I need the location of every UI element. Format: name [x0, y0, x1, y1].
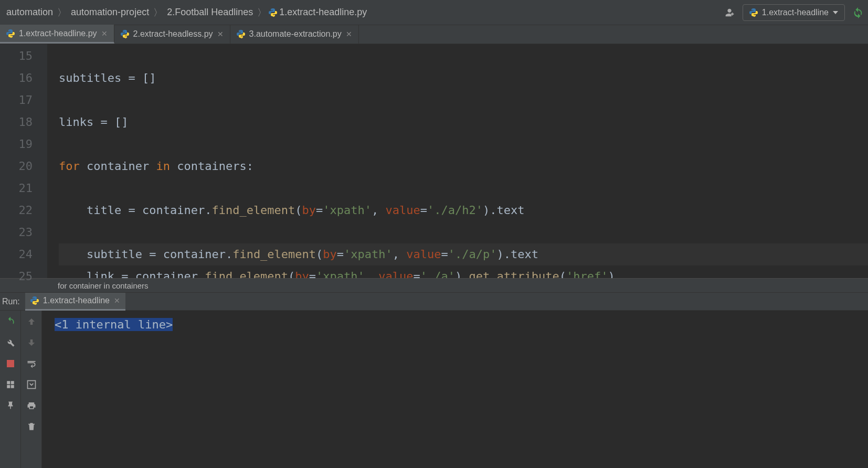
breadcrumb-item[interactable]: 1.extract-headline.py — [277, 7, 369, 18]
line-number: 15 — [0, 45, 33, 67]
run-tab[interactable]: 1.extract-headline ✕ — [25, 293, 125, 311]
breadcrumb-item[interactable]: automation — [4, 7, 55, 18]
close-icon[interactable]: ✕ — [346, 30, 352, 38]
run-tool-window: Run: 1.extract-headline ✕ <1 internal li… — [0, 293, 868, 468]
line-number: 23 — [0, 221, 33, 243]
pin-icon[interactable] — [4, 399, 17, 412]
python-icon — [121, 30, 129, 38]
tab-label: 3.automate-extraction.py — [249, 29, 342, 39]
line-gutter: 15 16 17 18 19 20 21 22 23 24 25 — [0, 44, 47, 278]
line-number: 21 — [0, 177, 33, 199]
main-toolbar: automation 〉 automation-project 〉 2.Foot… — [0, 0, 868, 25]
close-icon[interactable]: ✕ — [217, 30, 224, 38]
rerun-icon[interactable] — [852, 7, 864, 18]
file-tab[interactable]: 1.extract-headline.py ✕ — [0, 25, 114, 44]
python-icon — [749, 8, 758, 17]
line-number: 22 — [0, 199, 33, 221]
code-editor[interactable]: 15 16 17 18 19 20 21 22 23 24 25 subtitl… — [0, 44, 868, 278]
chevron-right-icon: 〉 — [255, 6, 269, 19]
console-line: <1 internal line> — [55, 318, 173, 331]
code-area[interactable]: subtitles = [] links = [] for container … — [47, 44, 868, 278]
file-tab[interactable]: 3.automate-extraction.py ✕ — [230, 25, 359, 44]
context-label: for container in containers — [58, 281, 149, 290]
trash-icon[interactable] — [25, 420, 38, 433]
tab-label: 2.extract-headless.py — [133, 29, 213, 39]
python-icon — [269, 8, 277, 17]
wrench-icon[interactable] — [4, 336, 17, 349]
python-icon — [237, 30, 245, 38]
toolbar-right: 1.extract-headline — [724, 4, 864, 21]
run-tool-column-1 — [0, 311, 21, 468]
line-number: 20 — [0, 155, 33, 177]
tab-label: 1.extract-headline.py — [19, 29, 97, 38]
run-label: Run: — [2, 297, 20, 306]
line-number: 17 — [0, 89, 33, 111]
run-panel-header: Run: 1.extract-headline ✕ — [0, 293, 868, 311]
soft-wrap-icon[interactable] — [25, 357, 38, 370]
run-configuration-dropdown[interactable]: 1.extract-headline — [743, 4, 845, 21]
console-output[interactable]: <1 internal line> — [42, 311, 868, 468]
breadcrumb-item[interactable]: 2.Football Headlines — [165, 7, 255, 18]
editor-tabs: 1.extract-headline.py ✕ 2.extract-headle… — [0, 25, 868, 44]
arrow-down-icon[interactable] — [25, 336, 38, 349]
user-add-icon[interactable] — [724, 7, 735, 18]
rerun-button[interactable] — [4, 315, 17, 328]
line-number: 16 — [0, 67, 33, 89]
close-icon[interactable]: ✕ — [101, 29, 108, 38]
print-icon[interactable] — [25, 399, 38, 412]
line-number: 18 — [0, 111, 33, 133]
breadcrumb: automation 〉 automation-project 〉 2.Foot… — [4, 6, 724, 19]
arrow-up-icon[interactable] — [25, 315, 38, 328]
stop-button[interactable] — [4, 357, 17, 370]
close-icon[interactable]: ✕ — [114, 296, 120, 305]
code-line-current: subtitle = container.find_element(by='xp… — [59, 243, 868, 265]
chevron-down-icon — [833, 11, 838, 14]
code-line: subtitles = [] — [59, 67, 868, 89]
line-number: 25 — [0, 265, 33, 288]
run-config-name: 1.extract-headline — [762, 8, 829, 17]
file-tab[interactable]: 2.extract-headless.py ✕ — [114, 25, 230, 44]
code-line: title = container.find_element(by='xpath… — [59, 199, 868, 221]
svg-rect-0 — [7, 360, 14, 367]
code-line: links = [] — [59, 111, 868, 133]
run-body: <1 internal line> — [0, 311, 868, 468]
run-tab-label: 1.extract-headline — [43, 296, 110, 305]
code-line: link = container.find_element(by='xpath'… — [59, 265, 868, 278]
line-number: 24 — [0, 243, 33, 265]
python-icon — [30, 296, 39, 305]
breadcrumb-item[interactable]: automation-project — [69, 7, 151, 18]
chevron-right-icon: 〉 — [151, 6, 165, 19]
scroll-to-end-icon[interactable] — [25, 378, 38, 391]
run-tool-column-2 — [21, 311, 42, 468]
layout-icon[interactable] — [4, 378, 17, 391]
code-line: for container in containers: — [59, 155, 868, 177]
chevron-right-icon: 〉 — [55, 6, 69, 19]
python-icon — [6, 29, 15, 38]
editor-context-crumb[interactable]: for container in containers — [0, 278, 868, 293]
line-number: 19 — [0, 133, 33, 155]
